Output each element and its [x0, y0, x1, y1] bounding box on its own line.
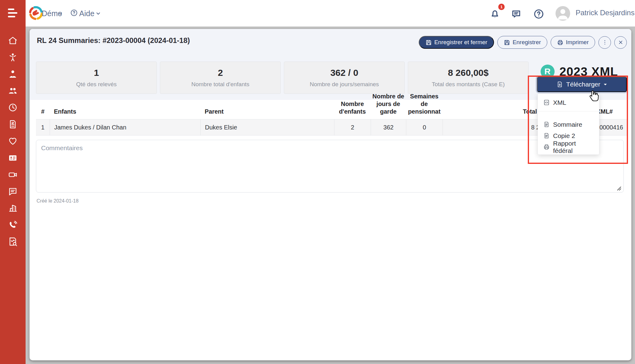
created-date-label: Créé le 2024-01-18: [37, 198, 79, 204]
menu-hamburger-icon[interactable]: [8, 9, 18, 18]
more-options-button[interactable]: [598, 36, 611, 49]
building-icon[interactable]: [8, 203, 18, 213]
stat-label: Nombre de jours/semaines: [310, 81, 379, 88]
home-icon[interactable]: [8, 36, 18, 45]
dialog-actions: Enregistrer et fermer Enregistrer Imprim…: [419, 36, 627, 49]
sidebar: [0, 0, 26, 364]
stat-label: Nombre total d'enfants: [191, 81, 249, 88]
stat-value: 362 / 0: [330, 68, 358, 78]
clock-icon[interactable]: [8, 103, 18, 112]
help-menu[interactable]: Aide: [79, 9, 94, 18]
kebab-menu-icon: [602, 39, 608, 45]
stat-card-montants: 8 260,00$ Total des montants (Case E): [408, 62, 529, 94]
document-icon: [543, 121, 550, 128]
menu-divider: [538, 111, 599, 111]
col-header-nombre-enfants: Nombre d'enfants: [334, 100, 371, 119]
video-camera-icon[interactable]: [8, 170, 18, 179]
col-header-semaines: Semaines de pensionnat: [406, 93, 443, 119]
stat-card-jours: 362 / 0 Nombre de jours/semaines: [284, 62, 405, 94]
comments-textarea[interactable]: [36, 140, 624, 193]
chevron-down-icon: [58, 11, 62, 16]
save-icon: [504, 39, 510, 46]
stat-label: Total des montants (Case E): [432, 81, 505, 88]
col-header-parent: Parent: [200, 108, 334, 119]
id-card-icon[interactable]: [8, 153, 18, 163]
notifications-bell-icon[interactable]: [489, 8, 500, 20]
save-icon: [425, 39, 432, 46]
stat-label: Qté des relevés: [76, 81, 117, 88]
cell-total: 8 260,00$: [443, 119, 541, 135]
xml-file-icon: [543, 99, 550, 106]
cell-nombre-enfants: 2: [334, 119, 371, 135]
download-button[interactable]: Télécharger: [537, 77, 627, 92]
statement-icon[interactable]: [8, 119, 18, 129]
stat-value: 2: [218, 68, 223, 78]
menu-item-rapport-federal[interactable]: Rapport fédéral: [538, 141, 599, 153]
messages-icon[interactable]: [8, 186, 18, 196]
save-and-close-button[interactable]: Enregistrer et fermer: [419, 36, 494, 49]
families-icon[interactable]: [8, 86, 18, 96]
stat-value: 8 260,00$: [448, 68, 489, 78]
phone-icon[interactable]: [8, 220, 18, 230]
file-download-icon: [556, 81, 563, 88]
caret-down-icon: [603, 83, 607, 87]
chat-icon[interactable]: [511, 9, 521, 20]
stat-card-enfants: 2 Nombre total d'enfants: [160, 62, 281, 94]
document-icon: [543, 133, 550, 139]
col-header-enfants: Enfants: [50, 108, 200, 119]
printer-icon: [543, 144, 550, 150]
year-heading: 2023 XML: [559, 65, 618, 79]
col-header-total: Total: [443, 108, 541, 119]
cell-parent: Dukes Elsie: [200, 119, 334, 135]
stat-value: 1: [94, 68, 99, 78]
notification-badge: 1: [498, 4, 505, 10]
help-circle-icon: [70, 9, 78, 18]
report-search-icon[interactable]: [8, 237, 18, 246]
user-avatar[interactable]: [556, 6, 570, 21]
topbar: Démo Aide 1 Patrick Desjardins: [26, 0, 635, 27]
printer-icon: [557, 39, 563, 46]
cell-enfants: James Dukes / Dilan Chan: [50, 119, 200, 135]
download-dropdown-menu: XML Sommaire Copie 2 Rapport fédéral: [538, 94, 599, 155]
stat-card-releves: 1 Qté des relevés: [36, 62, 157, 94]
close-dialog-button[interactable]: [614, 36, 627, 49]
app-logo[interactable]: [28, 5, 44, 22]
heart-icon[interactable]: [8, 136, 18, 146]
col-header-jours-garde: Nombre de jours de garde: [371, 93, 406, 119]
print-button[interactable]: Imprimer: [551, 36, 595, 49]
close-icon: [618, 40, 623, 45]
page-title: RL 24 Summaries: #2023-00004 (2024-01-18…: [37, 36, 190, 45]
user-name[interactable]: Patrick Desjardins: [576, 9, 634, 17]
support-help-icon[interactable]: [534, 9, 544, 20]
menu-item-sommaire[interactable]: Sommaire: [538, 119, 599, 130]
save-button[interactable]: Enregistrer: [497, 36, 547, 49]
cell-num: 1: [36, 119, 50, 135]
menu-item-xml[interactable]: XML: [538, 97, 599, 108]
rl24-dialog: RL 24 Summaries: #2023-00004 (2024-01-18…: [30, 29, 631, 360]
educator-icon[interactable]: [8, 69, 18, 79]
child-icon[interactable]: [8, 52, 18, 62]
cell-jours-garde: 362: [371, 119, 406, 135]
cell-semaines: 0: [406, 119, 443, 135]
chevron-down-icon: [96, 11, 101, 16]
col-header-num: #: [36, 108, 50, 119]
